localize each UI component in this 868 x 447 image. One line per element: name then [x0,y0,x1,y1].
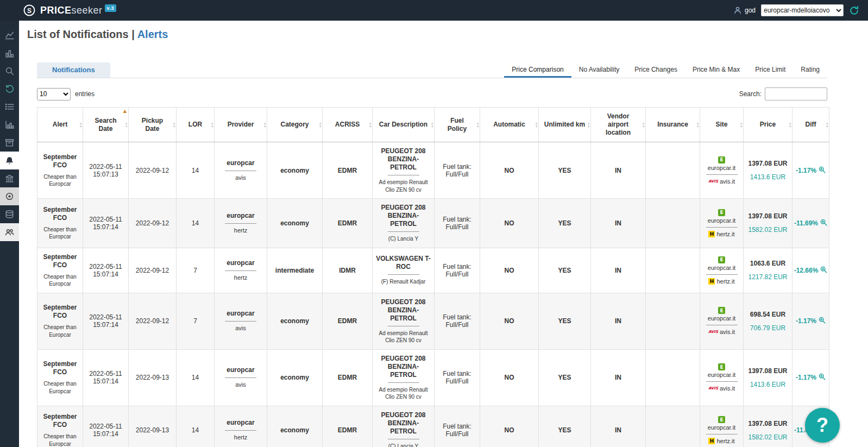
filter-tab-no-availability[interactable]: No Availability [571,62,627,78]
car-main: PEUGEOT 208 BENZINA-PETROL [375,355,432,379]
provider-competitor: avis [217,174,265,182]
column-header-site[interactable]: Site▴▾ [700,108,744,142]
provider-main: europcar [217,310,265,318]
europcar-logo-icon: E [718,256,725,263]
provider-competitor: avis [217,325,265,332]
user-icon [733,6,742,15]
column-header-automatic[interactable]: Automatic▴▾ [480,108,539,142]
filter-tab-price-min-max[interactable]: Price Min & Max [685,62,747,78]
column-header-search-date[interactable]: Search Date▴▾ [83,108,129,142]
column-header-acriss[interactable]: ACRISS▴▾ [323,108,373,142]
divider [225,430,256,431]
price-competitor: 1217.82 EUR [746,273,790,281]
cell-price: 1063.6 EUR 1217.82 EUR [744,248,792,293]
sort-icons: ▴▾ [211,122,213,128]
cell-pickup-date: 2022-09-12 [129,248,177,293]
cell-insurance [646,349,700,406]
sort-icons: ▴▾ [431,122,433,128]
column-header-unlimited-km[interactable]: Unlimited km▴▾ [539,108,591,142]
sidebar-item-users[interactable] [0,223,19,241]
sidebar-item-alerts[interactable] [0,152,19,169]
alert-subtitle: Cheaper than Europcar [40,433,80,447]
column-header-vendor-airport-location[interactable]: Vendor airport location▴▾ [591,108,646,142]
column-header-fuel-policy[interactable]: Fuel Policy▴▾ [435,108,480,142]
divider [706,434,738,435]
sidebar-item-search[interactable] [0,62,19,80]
sidebar-item-analytics[interactable] [0,26,19,44]
column-header-alert[interactable]: Alert▴▾ [37,108,83,142]
filter-tab-price-changes[interactable]: Price Changes [627,62,685,78]
username: god [745,7,756,14]
cell-site: E europcar.it H hertz.it [700,248,744,293]
cell-acriss: EDMR [323,293,373,349]
brand-name: PRICEseekerv.3 [40,5,116,16]
tab-bar: Notifications Price ComparisonNo Availab… [37,62,827,78]
alert-name: September FCO [40,153,80,169]
site-competitor-label: hertz.it [716,278,734,285]
cell-diff: -1.17% [792,142,829,199]
database-icon [5,210,14,219]
provider-competitor: avis [217,381,265,389]
site-main: E europcar.it [702,307,741,322]
help-button[interactable]: ? [805,408,840,443]
cell-fuel-policy: Fuel tank: Full/Full [435,349,480,406]
table-row: September FCO Cheaper than Europcar 2022… [37,248,829,293]
divider [706,227,738,228]
search-label: Search: [739,90,762,98]
price-main: 1397.08 EUR [746,367,790,375]
sidebar [0,21,19,447]
site-main: E europcar.it [702,416,741,431]
column-header-category[interactable]: Category▴▾ [267,108,323,142]
zoom-icon[interactable] [819,317,826,325]
cell-pickup-date: 2022-09-12 [129,293,177,349]
column-header-provider[interactable]: Provider▴▾ [215,108,267,142]
column-header-insurance[interactable]: Insurance▴▾ [646,108,700,142]
cell-category: economy [267,142,323,199]
tab-notifications[interactable]: Notifications [37,62,110,78]
diff-value: -11.69% [794,219,818,227]
sidebar-item-target[interactable] [0,187,19,205]
column-header-price[interactable]: Price▴▾ [744,108,792,142]
table-row: September FCO Cheaper than Europcar 2022… [37,142,829,199]
cell-vendor-airport-location: IN [591,248,646,293]
cell-alert: September FCO Cheaper than Europcar [37,199,83,248]
zoom-icon[interactable] [820,219,827,228]
zoom-icon[interactable] [819,166,826,175]
search-input[interactable] [765,87,827,100]
zoom-icon[interactable] [819,373,826,382]
sidebar-item-database[interactable] [0,205,19,223]
sidebar-item-list[interactable] [0,98,19,116]
column-header-diff[interactable]: Diff▴▾ [792,108,829,142]
sidebar-item-charts[interactable] [0,44,19,62]
site-main-label: europcar.it [708,217,735,224]
car-main: PEUGEOT 208 BENZINA-PETROL [375,147,432,172]
site-main: E europcar.it [702,209,741,224]
column-header-pickup-date[interactable]: Pickup Date▴▾ [129,108,177,142]
sidebar-item-archive[interactable] [0,134,19,152]
cell-diff: -11.69% [792,199,829,248]
divider [388,326,419,326]
diff-value: -1.17% [796,167,816,174]
sidebar-item-history[interactable] [0,80,19,98]
alert-name: September FCO [40,206,80,222]
account-select[interactable]: europcar-mdelloiacovo [761,4,844,16]
sidebar-item-bank[interactable] [0,169,19,187]
cell-search-date: 2022-05-11 15:07:14 [83,248,129,293]
sort-icons: ▴▾ [125,122,127,128]
filter-tab-price-comparison[interactable]: Price Comparison [504,62,571,78]
entries-select[interactable]: 10 [37,88,71,100]
cell-price: 1397.08 EUR 1413.6 EUR [744,349,792,406]
site-competitor: H hertz.it [702,231,741,237]
filter-tabs: Price ComparisonNo AvailabilityPrice Cha… [504,62,827,78]
site-competitor-label: hertz.it [716,438,734,444]
alert-subtitle: Cheaper than Europcar [40,324,80,338]
filter-tab-price-limit[interactable]: Price Limit [747,62,793,78]
filter-tab-rating[interactable]: Rating [793,62,827,78]
column-header-car-description[interactable]: Car Description▴▾ [373,108,435,142]
provider-competitor: hertz [217,434,265,442]
cell-lor: 7 [177,248,215,293]
zoom-icon[interactable] [820,266,827,275]
column-header-lor[interactable]: LOR▴▾ [177,108,215,142]
refresh-icon[interactable] [849,5,859,16]
sidebar-item-reports[interactable] [0,116,19,134]
